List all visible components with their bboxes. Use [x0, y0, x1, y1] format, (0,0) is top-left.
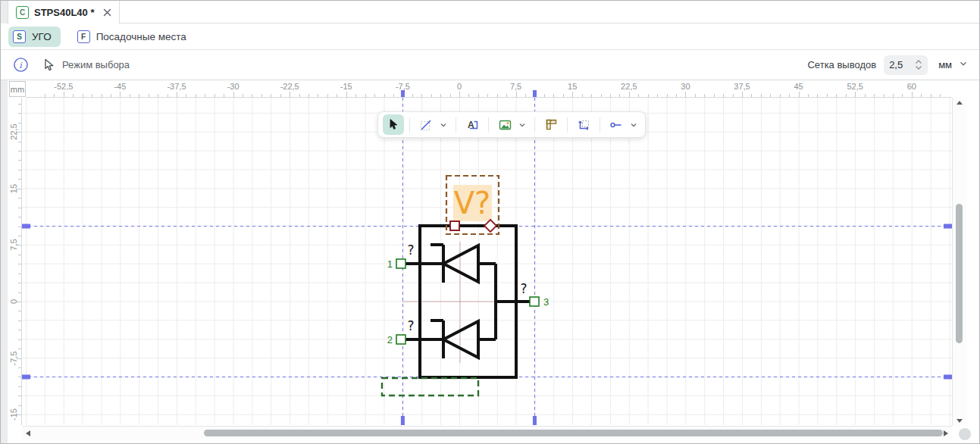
toolbar-divider: [456, 117, 456, 133]
horizontal-scrollbar[interactable]: [22, 426, 952, 439]
ruler-tick: [73, 94, 74, 97]
horizontal-ruler[interactable]: -52,5-45-37,5-30-22,5-15-7,507,51522,530…: [27, 80, 952, 98]
ruler-tick: [657, 94, 658, 97]
ruler-tick: [685, 92, 686, 97]
ruler-tick: [18, 264, 21, 264]
text-tool-button[interactable]: A: [462, 114, 483, 135]
ruler-label: -7,5: [9, 351, 18, 365]
ruler-tick: [18, 320, 21, 321]
ruler-tick: [18, 217, 21, 217]
ruler-tick: [18, 292, 21, 293]
ruler-tick: [638, 94, 639, 97]
ruler-tick: [695, 94, 696, 97]
guide-anchor[interactable]: [533, 90, 537, 97]
line-tool-chevron-icon[interactable]: [438, 120, 449, 130]
pin-tool-button[interactable]: [606, 114, 627, 135]
ruler-tick: [18, 113, 21, 114]
ruler-tick: [601, 94, 602, 97]
guide-anchor[interactable]: [944, 224, 952, 229]
ruler-tick: [18, 274, 21, 274]
ruler-tick: [205, 94, 205, 97]
tab-ugo[interactable]: S УГО: [8, 27, 61, 47]
ruler-tick: [506, 94, 507, 97]
pin2-square[interactable]: [396, 335, 405, 344]
ruler-tick: [18, 208, 21, 208]
ruler-tick: [676, 94, 677, 97]
ruler-tick: [440, 94, 441, 97]
ruler-tick: [54, 94, 55, 97]
pin2-number: 2: [387, 334, 393, 346]
vertical-ruler[interactable]: 22,5157,50-7,5-15: [8, 98, 22, 425]
ruler-tick: [271, 94, 271, 97]
pin2-name: ?: [407, 318, 414, 333]
stepper-icon[interactable]: [915, 60, 922, 70]
unit-value: мм: [938, 59, 952, 70]
ruler-tick: [18, 386, 21, 387]
pin1-square[interactable]: [396, 259, 405, 268]
scroll-up-icon[interactable]: [953, 100, 966, 106]
schematic-scene[interactable]: V? 1 2 3 ? ? ?: [22, 98, 952, 425]
ruler-label: 7,5: [510, 82, 521, 91]
ruler-tick: [742, 92, 743, 97]
ruler-tick: [544, 94, 545, 97]
guide-anchor[interactable]: [22, 224, 30, 229]
ruler-tick: [582, 94, 583, 97]
guide-anchor[interactable]: [22, 374, 30, 379]
close-icon[interactable]: [103, 8, 111, 17]
ruler-label: 37,5: [734, 82, 750, 91]
ruler-tick: [196, 94, 196, 97]
toolbar-divider: [488, 117, 489, 133]
chevron-down-icon[interactable]: [958, 58, 969, 72]
designator-text[interactable]: V?: [454, 186, 491, 220]
ruler-tick: [761, 94, 762, 97]
vertical-scrollbar[interactable]: [952, 98, 966, 426]
pin3-square[interactable]: [530, 297, 539, 306]
scroll-corner-handle[interactable]: [959, 428, 971, 440]
ruler-tick: [337, 94, 337, 97]
ruler-tick: [789, 94, 790, 97]
scroll-right-icon[interactable]: [943, 427, 949, 439]
pin-tool-chevron-icon[interactable]: [628, 120, 639, 130]
ruler-tick: [168, 94, 168, 97]
ruler-tick: [836, 94, 837, 97]
guide-anchor[interactable]: [533, 416, 537, 425]
horizontal-scroll-thumb[interactable]: [204, 430, 943, 436]
schematic-canvas[interactable]: V? 1 2 3 ? ? ?: [22, 98, 952, 425]
tab-stps40l40[interactable]: C STPS40L40 *: [8, 1, 120, 24]
line-tool-button[interactable]: [415, 114, 437, 135]
pin-grid-spinner[interactable]: [884, 55, 928, 75]
ruler-tick: [308, 94, 309, 97]
ruler-tick: [365, 94, 366, 97]
guide-anchor[interactable]: [401, 90, 405, 97]
square-handle[interactable]: [450, 221, 459, 230]
symbol-editor-window: C STPS40L40 * S УГО F Посадочные места i…: [0, 0, 980, 444]
guide-anchor[interactable]: [401, 416, 405, 425]
ruler-tick: [770, 94, 771, 97]
toolbar-divider: [534, 117, 535, 133]
transform-tool-button[interactable]: [573, 114, 594, 135]
image-tool-button[interactable]: [494, 114, 515, 135]
ruler-label: 30: [681, 82, 690, 91]
image-tool-chevron-icon[interactable]: [517, 120, 528, 130]
measure-tool-button[interactable]: [540, 114, 562, 135]
scroll-down-icon[interactable]: [953, 417, 966, 424]
select-tool-button[interactable]: [383, 114, 404, 135]
ruler-tick: [865, 94, 866, 97]
pin-grid-input[interactable]: [889, 59, 910, 70]
footprints-label: Посадочные места: [96, 31, 186, 42]
ruler-unit-box: mm: [9, 81, 26, 97]
toolbar-divider: [567, 117, 568, 133]
ruler-tick: [610, 94, 611, 97]
info-icon[interactable]: i: [13, 57, 29, 73]
ruler-tick: [18, 339, 21, 340]
ruler-label: 22,5: [9, 124, 18, 139]
ruler-tick: [83, 94, 83, 97]
tab-footprints[interactable]: F Посадочные места: [73, 27, 191, 47]
ruler-tick: [18, 283, 21, 283]
scroll-left-icon[interactable]: [25, 427, 31, 439]
pin-tool-icon: [609, 119, 623, 131]
ruler-tick: [431, 94, 432, 97]
guide-anchor[interactable]: [944, 374, 952, 379]
pin1-name: ?: [407, 242, 414, 258]
vertical-scroll-thumb[interactable]: [956, 204, 963, 343]
